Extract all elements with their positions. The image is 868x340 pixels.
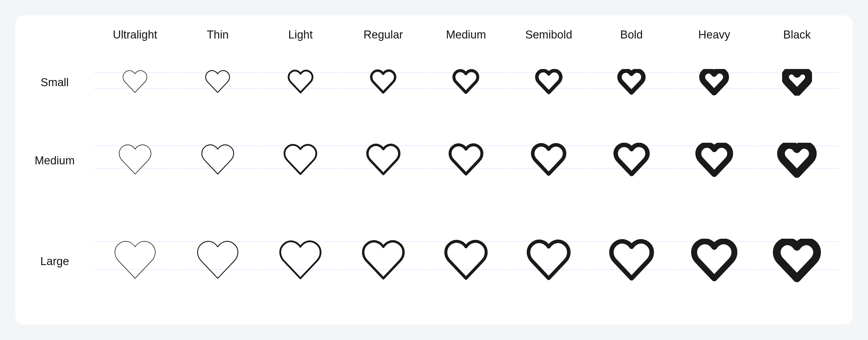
heart-icon xyxy=(281,143,320,178)
heart-icon xyxy=(777,143,817,178)
icon-cell xyxy=(590,49,673,116)
icon-cell xyxy=(425,49,507,116)
icon-cell xyxy=(259,116,342,205)
heart-icon xyxy=(451,69,481,96)
column-header-weight: Regular xyxy=(342,23,425,49)
heart-icon xyxy=(772,239,822,284)
heart-icon xyxy=(192,239,243,284)
icon-cell xyxy=(425,116,507,205)
heart-icon xyxy=(286,69,315,96)
heart-icon xyxy=(115,143,155,178)
heart-icon xyxy=(529,143,568,178)
icon-cell xyxy=(673,205,755,317)
heart-icon xyxy=(782,69,812,96)
column-header-weight: Bold xyxy=(590,23,673,49)
heart-icon xyxy=(446,143,486,178)
icon-cell xyxy=(176,116,259,205)
row-header-size: Large xyxy=(23,205,94,317)
matrix-table: UltralightThinLightRegularMediumSemibold… xyxy=(23,23,838,317)
icon-cell xyxy=(590,205,673,317)
heart-icon xyxy=(699,69,729,96)
heart-icon xyxy=(607,239,657,284)
heart-icon xyxy=(617,69,646,96)
column-header-weight: Light xyxy=(259,23,342,49)
icon-cell xyxy=(342,49,425,116)
heart-icon xyxy=(198,143,238,178)
column-header-weight: Semibold xyxy=(507,23,590,49)
icon-cell xyxy=(673,116,755,205)
icon-cell xyxy=(590,116,673,205)
column-header-weight: Thin xyxy=(176,23,259,49)
heart-icon xyxy=(203,69,232,96)
row-header-size: Medium xyxy=(23,116,94,205)
icon-cell xyxy=(259,49,342,116)
heart-icon xyxy=(534,69,564,96)
row-header-size: Small xyxy=(23,49,94,116)
icon-cell xyxy=(756,116,838,205)
icon-cell xyxy=(673,49,755,116)
size-row: Small xyxy=(23,49,838,116)
heart-icon xyxy=(275,239,326,284)
icon-weight-size-matrix: UltralightThinLightRegularMediumSemibold… xyxy=(16,16,852,324)
icon-cell xyxy=(507,49,590,116)
size-row: Medium xyxy=(23,116,838,205)
heart-icon xyxy=(368,69,398,96)
heart-icon xyxy=(120,69,150,96)
icon-cell xyxy=(756,49,838,116)
icon-cell xyxy=(259,205,342,317)
heart-icon xyxy=(441,239,491,284)
icon-cell xyxy=(507,205,590,317)
icon-cell xyxy=(756,205,838,317)
column-header-weight: Black xyxy=(756,23,838,49)
icon-cell xyxy=(94,205,176,317)
icon-cell xyxy=(425,205,507,317)
size-row: Large xyxy=(23,205,838,317)
heart-icon xyxy=(358,239,408,284)
icon-cell xyxy=(342,205,425,317)
column-header-weight: Heavy xyxy=(673,23,755,49)
icon-cell xyxy=(94,116,176,205)
heart-icon xyxy=(524,239,574,284)
heart-icon xyxy=(110,239,160,284)
column-header-weight: Medium xyxy=(425,23,507,49)
icon-cell xyxy=(94,49,176,116)
heart-icon xyxy=(612,143,651,178)
icon-cell xyxy=(342,116,425,205)
column-header-weight: Ultralight xyxy=(94,23,176,49)
icon-cell xyxy=(176,205,259,317)
heart-icon xyxy=(689,239,739,284)
icon-cell xyxy=(176,49,259,116)
heart-icon xyxy=(694,143,734,178)
icon-cell xyxy=(507,116,590,205)
heart-icon xyxy=(364,143,403,178)
